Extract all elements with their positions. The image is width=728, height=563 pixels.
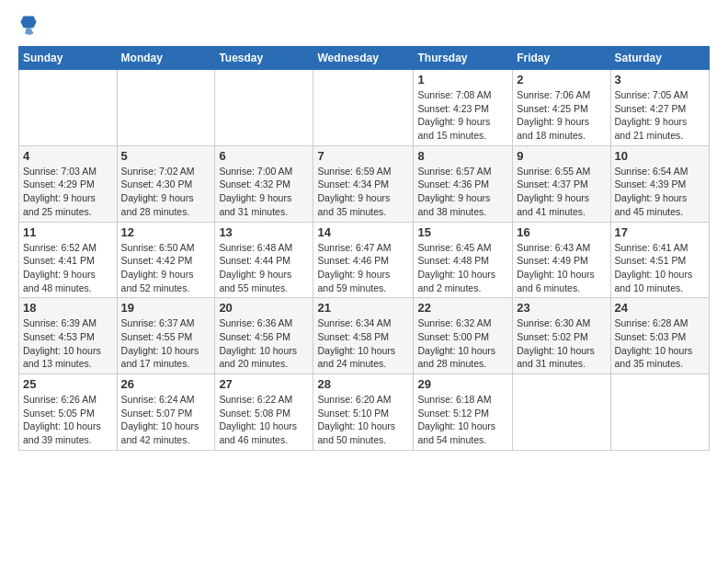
- calendar-cell: 16Sunrise: 6:43 AM Sunset: 4:49 PM Dayli…: [513, 222, 610, 298]
- day-info: Sunrise: 6:59 AM Sunset: 4:34 PM Dayligh…: [317, 165, 409, 219]
- calendar-cell: 23Sunrise: 6:30 AM Sunset: 5:02 PM Dayli…: [513, 298, 610, 374]
- day-number: 1: [417, 73, 508, 86]
- day-info: Sunrise: 6:43 AM Sunset: 4:49 PM Dayligh…: [517, 241, 606, 295]
- calendar-cell: 27Sunrise: 6:22 AM Sunset: 5:08 PM Dayli…: [215, 374, 313, 451]
- calendar: SundayMondayTuesdayWednesdayThursdayFrid…: [18, 46, 710, 451]
- day-number: 6: [219, 149, 309, 163]
- calendar-cell: 10Sunrise: 6:54 AM Sunset: 4:39 PM Dayli…: [610, 145, 709, 222]
- day-info: Sunrise: 6:32 AM Sunset: 5:00 PM Dayligh…: [417, 316, 508, 371]
- day-info: Sunrise: 6:22 AM Sunset: 5:08 PM Dayligh…: [219, 393, 309, 447]
- calendar-cell: 28Sunrise: 6:20 AM Sunset: 5:10 PM Dayli…: [313, 374, 414, 451]
- calendar-cell: [313, 70, 414, 146]
- day-info: Sunrise: 6:24 AM Sunset: 5:07 PM Dayligh…: [121, 393, 211, 447]
- calendar-cell: [610, 374, 709, 451]
- calendar-cell: 18Sunrise: 6:39 AM Sunset: 4:53 PM Dayli…: [19, 298, 118, 374]
- calendar-cell: [19, 70, 118, 146]
- day-of-week-header: Sunday: [19, 47, 118, 70]
- day-info: Sunrise: 6:37 AM Sunset: 4:55 PM Dayligh…: [121, 316, 211, 371]
- day-info: Sunrise: 6:50 AM Sunset: 4:42 PM Dayligh…: [121, 241, 211, 295]
- day-info: Sunrise: 6:54 AM Sunset: 4:39 PM Dayligh…: [615, 165, 705, 219]
- calendar-cell: 21Sunrise: 6:34 AM Sunset: 4:58 PM Dayli…: [313, 298, 414, 374]
- day-number: 25: [23, 377, 113, 391]
- day-number: 24: [615, 301, 705, 315]
- day-number: 20: [219, 301, 309, 315]
- day-of-week-header: Saturday: [610, 47, 709, 70]
- day-number: 18: [23, 301, 113, 315]
- day-number: 23: [517, 301, 606, 315]
- calendar-cell: 19Sunrise: 6:37 AM Sunset: 4:55 PM Dayli…: [117, 298, 215, 374]
- calendar-cell: 26Sunrise: 6:24 AM Sunset: 5:07 PM Dayli…: [117, 374, 215, 451]
- calendar-cell: 25Sunrise: 6:26 AM Sunset: 5:05 PM Dayli…: [19, 374, 118, 451]
- calendar-cell: 2Sunrise: 7:06 AM Sunset: 4:25 PM Daylig…: [513, 70, 610, 146]
- day-info: Sunrise: 6:45 AM Sunset: 4:48 PM Dayligh…: [417, 241, 508, 295]
- logo: [18, 15, 40, 39]
- calendar-week-row: 11Sunrise: 6:52 AM Sunset: 4:41 PM Dayli…: [19, 222, 710, 298]
- calendar-week-row: 25Sunrise: 6:26 AM Sunset: 5:05 PM Dayli…: [19, 374, 710, 451]
- day-info: Sunrise: 6:39 AM Sunset: 4:53 PM Dayligh…: [23, 316, 113, 371]
- day-number: 5: [121, 149, 211, 163]
- day-info: Sunrise: 6:47 AM Sunset: 4:46 PM Dayligh…: [317, 241, 409, 295]
- header-area: [18, 15, 710, 39]
- calendar-cell: 9Sunrise: 6:55 AM Sunset: 4:37 PM Daylig…: [513, 145, 610, 222]
- day-info: Sunrise: 6:36 AM Sunset: 4:56 PM Dayligh…: [219, 316, 309, 371]
- day-info: Sunrise: 7:00 AM Sunset: 4:32 PM Dayligh…: [219, 165, 309, 219]
- day-number: 21: [317, 301, 409, 315]
- calendar-cell: 7Sunrise: 6:59 AM Sunset: 4:34 PM Daylig…: [313, 145, 414, 222]
- day-number: 17: [615, 225, 705, 239]
- day-number: 29: [417, 377, 508, 391]
- calendar-cell: 22Sunrise: 6:32 AM Sunset: 5:00 PM Dayli…: [414, 298, 513, 374]
- day-number: 4: [23, 149, 113, 163]
- day-info: Sunrise: 7:03 AM Sunset: 4:29 PM Dayligh…: [23, 165, 113, 219]
- logo-icon: [20, 15, 37, 35]
- day-number: 13: [219, 225, 309, 239]
- calendar-week-row: 4Sunrise: 7:03 AM Sunset: 4:29 PM Daylig…: [19, 145, 710, 222]
- calendar-cell: 3Sunrise: 7:05 AM Sunset: 4:27 PM Daylig…: [610, 70, 709, 146]
- day-info: Sunrise: 7:05 AM Sunset: 4:27 PM Dayligh…: [615, 88, 705, 143]
- day-info: Sunrise: 6:41 AM Sunset: 4:51 PM Dayligh…: [615, 241, 705, 295]
- day-info: Sunrise: 6:26 AM Sunset: 5:05 PM Dayligh…: [23, 393, 113, 447]
- calendar-body: 1Sunrise: 7:08 AM Sunset: 4:23 PM Daylig…: [19, 70, 710, 451]
- calendar-cell: [215, 70, 313, 146]
- day-info: Sunrise: 6:20 AM Sunset: 5:10 PM Dayligh…: [317, 393, 409, 447]
- calendar-cell: 24Sunrise: 6:28 AM Sunset: 5:03 PM Dayli…: [610, 298, 709, 374]
- day-info: Sunrise: 7:08 AM Sunset: 4:23 PM Dayligh…: [417, 88, 508, 143]
- day-info: Sunrise: 6:34 AM Sunset: 4:58 PM Dayligh…: [317, 316, 409, 371]
- day-of-week-header: Thursday: [414, 47, 513, 70]
- day-info: Sunrise: 6:48 AM Sunset: 4:44 PM Dayligh…: [219, 241, 309, 295]
- day-of-week-header: Tuesday: [215, 47, 313, 70]
- day-number: 12: [121, 225, 211, 239]
- day-info: Sunrise: 6:57 AM Sunset: 4:36 PM Dayligh…: [417, 165, 508, 219]
- calendar-cell: 5Sunrise: 7:02 AM Sunset: 4:30 PM Daylig…: [117, 145, 215, 222]
- day-info: Sunrise: 6:52 AM Sunset: 4:41 PM Dayligh…: [23, 241, 113, 295]
- calendar-cell: 4Sunrise: 7:03 AM Sunset: 4:29 PM Daylig…: [19, 145, 118, 222]
- calendar-cell: 29Sunrise: 6:18 AM Sunset: 5:12 PM Dayli…: [414, 374, 513, 451]
- day-info: Sunrise: 7:06 AM Sunset: 4:25 PM Dayligh…: [517, 88, 606, 143]
- day-number: 11: [23, 225, 113, 239]
- day-of-week-header: Wednesday: [313, 47, 414, 70]
- day-info: Sunrise: 7:02 AM Sunset: 4:30 PM Dayligh…: [121, 165, 211, 219]
- day-of-week-header: Monday: [117, 47, 215, 70]
- day-number: 27: [219, 377, 309, 391]
- calendar-header: SundayMondayTuesdayWednesdayThursdayFrid…: [19, 47, 710, 70]
- day-number: 15: [417, 225, 508, 239]
- svg-marker-1: [25, 28, 33, 35]
- calendar-cell: 20Sunrise: 6:36 AM Sunset: 4:56 PM Dayli…: [215, 298, 313, 374]
- day-number: 26: [121, 377, 211, 391]
- day-number: 9: [517, 149, 606, 163]
- calendar-cell: 1Sunrise: 7:08 AM Sunset: 4:23 PM Daylig…: [414, 70, 513, 146]
- calendar-cell: 14Sunrise: 6:47 AM Sunset: 4:46 PM Dayli…: [313, 222, 414, 298]
- calendar-cell: 6Sunrise: 7:00 AM Sunset: 4:32 PM Daylig…: [215, 145, 313, 222]
- calendar-week-row: 1Sunrise: 7:08 AM Sunset: 4:23 PM Daylig…: [19, 70, 710, 146]
- calendar-cell: [117, 70, 215, 146]
- day-number: 22: [417, 301, 508, 315]
- calendar-week-row: 18Sunrise: 6:39 AM Sunset: 4:53 PM Dayli…: [19, 298, 710, 374]
- day-number: 16: [517, 225, 606, 239]
- day-info: Sunrise: 6:30 AM Sunset: 5:02 PM Dayligh…: [517, 316, 606, 371]
- calendar-cell: 12Sunrise: 6:50 AM Sunset: 4:42 PM Dayli…: [117, 222, 215, 298]
- calendar-cell: 17Sunrise: 6:41 AM Sunset: 4:51 PM Dayli…: [610, 222, 709, 298]
- day-info: Sunrise: 6:28 AM Sunset: 5:03 PM Dayligh…: [615, 316, 705, 371]
- day-number: 2: [517, 73, 606, 86]
- day-number: 7: [317, 149, 409, 163]
- day-number: 19: [121, 301, 211, 315]
- calendar-cell: 15Sunrise: 6:45 AM Sunset: 4:48 PM Dayli…: [414, 222, 513, 298]
